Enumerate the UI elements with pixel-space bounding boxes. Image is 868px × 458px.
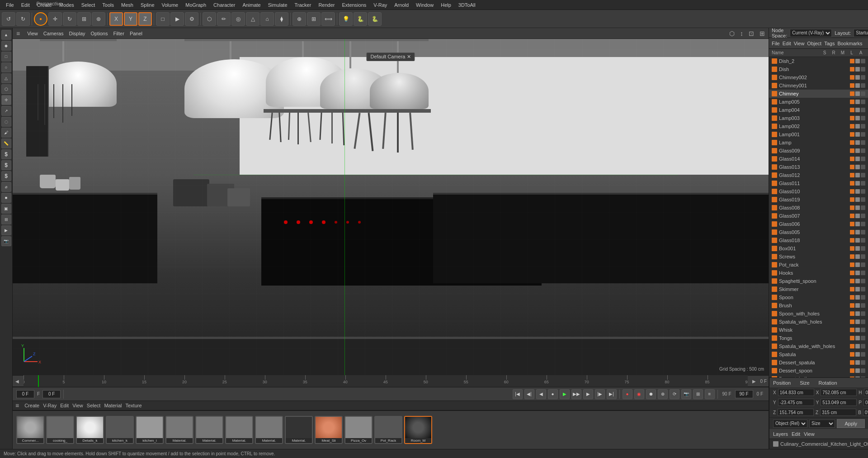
left-icon-ruler[interactable]: 📏 [1,138,11,148]
object-list-item[interactable]: Dessert_spatula [769,358,868,367]
object-list-item[interactable]: Spatula_with_holes [769,318,868,326]
menu-item-mograph[interactable]: MoGraph [182,1,209,9]
coord-system-select[interactable]: Object (Rel) [773,420,807,428]
material-swatch-13[interactable]: Room_M [404,416,432,444]
layers-edit[interactable]: Edit [792,431,800,437]
size-x-input[interactable] [821,389,857,396]
current-frame-input[interactable] [16,390,34,398]
left-icon-circle[interactable]: ○ [1,62,11,72]
start-frame-input[interactable] [42,390,61,398]
apply-button[interactable]: Apply [837,419,865,428]
live-btn[interactable]: ● [34,12,47,26]
left-icon-s3[interactable]: $ [1,171,11,181]
left-icon-anim[interactable]: ▶ [1,225,11,235]
vp-btn-1[interactable]: ⬡ [729,30,735,37]
play-btn2[interactable]: ▶ [170,12,184,26]
material-swatch-4[interactable]: kitchen_i [136,416,164,444]
mat-material[interactable]: Material [104,403,122,408]
left-icon-poly[interactable]: ⬡ [1,84,11,94]
light-btn[interactable]: 💡 [339,12,353,26]
object-list-item[interactable]: Brush [769,301,868,310]
object-list-item[interactable]: Glass012 [769,171,868,179]
object-list-item[interactable]: Glass018 [769,236,868,244]
obj-btn[interactable]: □ [156,12,170,26]
object-list-item[interactable]: Glass014 [769,155,868,163]
left-icon-fill[interactable]: ■ [1,193,11,203]
left-icon-select[interactable]: ◆ [1,41,11,51]
menu-item-file[interactable]: File [3,1,17,9]
object-list-item[interactable]: Box001 [769,244,868,253]
menu-item-volume[interactable]: Volume [159,1,182,9]
object-list-item[interactable]: Chimney001 [769,81,868,90]
pb-end[interactable]: ▶| [607,389,617,399]
pb-record-all[interactable]: ◉ [634,389,644,399]
object-list-item[interactable]: Skimmer [769,285,868,293]
object-list-item[interactable]: Spaghetti_spoon [769,277,868,285]
pb-next[interactable]: ▶ [583,389,593,399]
material-swatch-6[interactable]: Material. [195,416,223,444]
ol-file[interactable]: File [772,41,780,46]
left-icon-paint[interactable]: 🖌 [1,128,11,138]
object-list-item[interactable]: Whisk [769,326,868,334]
cone-btn[interactable]: △ [246,12,259,26]
left-icon-model[interactable]: ▲ [1,30,11,40]
menu-item-mesh[interactable]: Mesh [118,1,137,9]
vp-btn-4[interactable]: ⊞ [760,30,765,37]
sphere-btn[interactable]: ◎ [231,12,245,26]
layout-select[interactable]: Startup (User) [854,29,868,37]
menu-item-spline[interactable]: Spline [137,1,158,9]
timeline-cursor[interactable] [38,375,39,387]
menu-item-character[interactable]: Character [210,1,238,9]
object-list-item[interactable]: Lamp005 [769,98,868,106]
layer-item[interactable]: Culinary_Commercial_Kitchen_Light_Off [769,439,868,449]
ol-object[interactable]: Object [807,41,821,46]
pb-next-key[interactable]: |▶ [595,389,605,399]
extra-tool[interactable]: ⊛ [92,12,105,26]
menu-item-simulate[interactable]: Simulate [265,1,291,9]
object-list-item[interactable]: Lamp002 [769,122,868,130]
model-y[interactable]: Y [124,12,137,26]
viewport-hamburger[interactable]: ≡ [16,30,20,37]
object-list-item[interactable]: Glass008 [769,204,868,212]
model-x[interactable]: X [109,12,123,26]
material-swatch-7[interactable]: Material. [225,416,253,444]
menu-item-help[interactable]: Help [438,1,454,9]
object-list-item[interactable]: Glass019 [769,196,868,204]
menu-item-tracker[interactable]: Tracker [292,1,315,9]
pos-y-input[interactable] [778,399,814,406]
left-icon-mat[interactable]: ▣ [1,204,11,214]
measure-btn[interactable]: ⟺ [321,12,335,26]
object-list-item[interactable]: Glass013 [769,163,868,171]
menu-item-render[interactable]: Render [315,1,338,9]
object-list-item[interactable]: Dessert_spoon [769,367,868,375]
pb-preview[interactable]: 📷 [681,389,691,399]
timeline-ruler[interactable]: 051015202530354045505560657075808590 [24,375,748,387]
material-swatch-10[interactable]: Meat_Sli [315,416,343,444]
left-icon-group[interactable]: ⊞ [1,215,11,224]
layers-view[interactable]: View [804,431,815,437]
ol-edit[interactable]: Edit [783,41,791,46]
object-list-item[interactable]: Lamp [769,138,868,147]
object-list-item[interactable]: Glass010 [769,187,868,196]
max-frame-input[interactable] [735,390,753,398]
object-list-item[interactable]: Lamp004 [769,106,868,114]
material-swatch-11[interactable]: Pizza_Ov [344,416,373,444]
mat-hamburger[interactable]: ≡ [15,402,19,409]
rot-tool[interactable]: ↻ [63,12,76,26]
object-list-item[interactable]: Chimney [769,90,868,98]
object-list-item[interactable]: Glass009 [769,147,868,155]
object-list-item[interactable]: Chimney002 [769,73,868,81]
material-swatch-5[interactable]: Material. [165,416,193,444]
scale-tool[interactable]: ⊞ [77,12,91,26]
pb-start[interactable]: |◀ [513,389,523,399]
size-z-input[interactable] [820,409,856,416]
pb-stop[interactable]: ● [548,389,558,399]
object-list-item[interactable]: Glass006 [769,220,868,228]
rot-p-input[interactable] [863,399,868,406]
move-tool[interactable]: ✛ [48,12,62,26]
left-icon-arrow[interactable]: ↗ [1,106,11,116]
menu-item-arnold[interactable]: Arnold [391,1,412,9]
pb-render[interactable]: ⊞ [693,389,703,399]
pb-play-all[interactable]: ▶▶ [571,389,581,399]
pb-anim[interactable]: ⟳ [670,389,679,399]
